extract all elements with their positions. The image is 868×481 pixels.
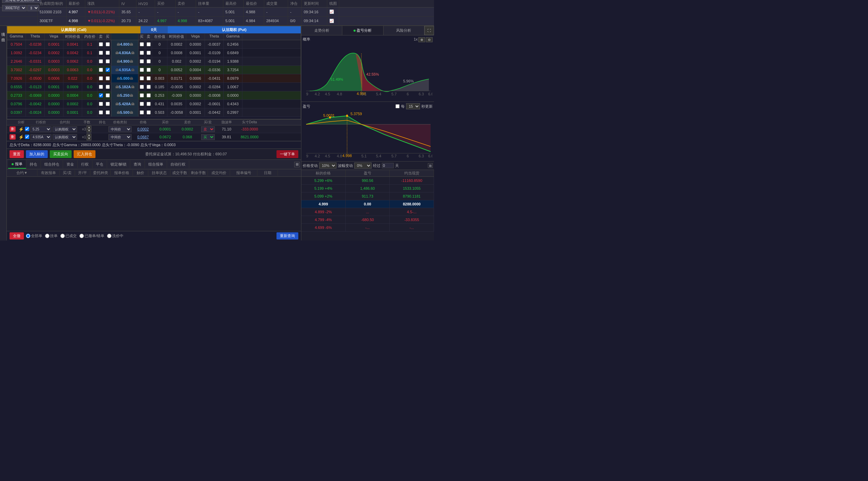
right-tab-trend[interactable]: 走势分析: [301, 26, 342, 35]
call-sell-cb-5500[interactable]: [98, 108, 104, 117]
pricetype-sel-1[interactable]: 中间价: [108, 126, 132, 132]
qty-up-2[interactable]: ▲: [87, 134, 91, 137]
buy-checkbox-5182[interactable]: [106, 85, 110, 89]
qty-spinner-1[interactable]: ▲ ▼: [87, 126, 91, 133]
put-buy-cb-5250[interactable]: [138, 91, 145, 99]
buy-checkbox-4836[interactable]: [106, 51, 110, 55]
qty-2[interactable]: ≡1 ▲ ▼: [77, 134, 96, 140]
tab-query[interactable]: 查询: [130, 160, 145, 168]
tab-auto-exercise[interactable]: 自动行权: [167, 160, 189, 168]
put-buy-checkbox-4900[interactable]: [140, 59, 144, 63]
contract-sel-1[interactable]: 认购期权: [52, 126, 77, 132]
price-table-expand[interactable]: ⊞: [428, 163, 433, 168]
put-buy-cb-5500[interactable]: [138, 108, 145, 117]
call-sell-cb-5250[interactable]: [98, 91, 104, 99]
radio-all[interactable]: 全部单: [26, 233, 42, 238]
pnl-auto-refresh-check[interactable]: [395, 104, 400, 108]
tab-exercise[interactable]: 行权: [78, 160, 92, 168]
call-sell-cb-5182[interactable]: [98, 83, 104, 91]
put-sell-checkbox-5500[interactable]: [147, 110, 151, 114]
sell-checkbox-4900[interactable]: [99, 59, 103, 63]
tab-combo-orders[interactable]: 组合报单: [145, 160, 167, 168]
put-buy-cb-5428[interactable]: [138, 100, 145, 108]
buysell-sel-2[interactable]: 买: [198, 134, 217, 140]
sell-checkbox-5250[interactable]: [99, 93, 103, 97]
sell-checkbox-5500[interactable]: [99, 110, 103, 114]
del-btn-1[interactable]: 删: [8, 126, 18, 132]
sell-checkbox-4800[interactable]: [99, 42, 103, 46]
put-sell-checkbox-5250[interactable]: [147, 93, 151, 97]
put-buy-checkbox-5428[interactable]: [140, 102, 144, 106]
put-sell-cb-5182[interactable]: [145, 83, 152, 91]
buy-checkbox-4935[interactable]: [106, 68, 110, 72]
put-sell-checkbox-4836[interactable]: [147, 51, 151, 55]
buy-checkbox-5428[interactable]: [106, 102, 110, 106]
pricetype-selector-2[interactable]: 中间价: [108, 134, 132, 140]
row-checkbox-2[interactable]: [25, 135, 29, 139]
chart-2[interactable]: 📈: [327, 17, 339, 26]
expand-button[interactable]: ⛶: [424, 26, 434, 35]
tab-close[interactable]: 平仓: [92, 160, 107, 168]
strike-selector-1[interactable]: 5.25: [30, 126, 51, 132]
sidebar-tab-situation[interactable]: 情境: [0, 27, 6, 32]
call-buy-cb-5250[interactable]: [104, 91, 111, 99]
buysell-selector-1[interactable]: 卖: [201, 126, 215, 132]
call-buy-cb-5000[interactable]: [104, 74, 111, 82]
import-holding-button[interactable]: 汇入持仓: [74, 150, 95, 158]
del-btn-2[interactable]: 删: [8, 134, 18, 140]
buysell-selector-2[interactable]: 买: [201, 134, 215, 140]
put-buy-checkbox-4935[interactable]: [140, 68, 144, 72]
call-sell-cb-4800[interactable]: [98, 40, 104, 48]
strike-sel-1[interactable]: 5.25: [30, 126, 52, 132]
put-buy-checkbox-5500[interactable]: [140, 110, 144, 114]
call-buy-cb-4900[interactable]: [104, 57, 111, 65]
call-buy-cb-5428[interactable]: [104, 100, 111, 108]
call-buy-cb-5182[interactable]: [104, 83, 111, 91]
zoom-in-button[interactable]: ⊕: [418, 37, 425, 42]
put-buy-checkbox-4800[interactable]: [140, 42, 144, 46]
put-sell-cb-4800[interactable]: [145, 40, 152, 48]
analysis-btn-2[interactable]: ⚡: [18, 135, 25, 140]
sell-checkbox-4836[interactable]: [99, 51, 103, 55]
tab-bar-icon[interactable]: ⊞: [294, 162, 300, 167]
cancel-all-button[interactable]: 全撤: [10, 232, 24, 239]
analysis-btn-1[interactable]: ⚡: [18, 127, 25, 132]
put-sell-cb-5500[interactable]: [145, 108, 152, 117]
qty-down-1[interactable]: ▼: [87, 129, 91, 133]
elapsed-input[interactable]: [382, 163, 394, 168]
put-sell-checkbox-4800[interactable]: [147, 42, 151, 46]
volatility-select[interactable]: 0%5%10%: [354, 162, 372, 169]
tab-holding[interactable]: 持仓: [26, 160, 41, 168]
sell-checkbox-5000[interactable]: [99, 76, 103, 80]
delete-button-2[interactable]: 删: [10, 134, 16, 140]
exchange-selector[interactable]: 上海证券交易所(权): [2, 0, 41, 3]
radio-washing[interactable]: 洗价中: [107, 233, 123, 238]
tab-combo-holding[interactable]: 组合持仓: [41, 160, 63, 168]
tab-orders[interactable]: 报单: [8, 160, 26, 169]
call-buy-cb-4800[interactable]: [104, 40, 111, 48]
buy-checkbox-5000[interactable]: [106, 76, 110, 80]
buy-checkbox-4900[interactable]: [106, 59, 110, 63]
refresh-button[interactable]: 重新查询: [276, 232, 298, 239]
put-sell-checkbox-5182[interactable]: [147, 85, 151, 89]
put-sell-cb-5000[interactable]: [145, 74, 152, 82]
buy-checkbox-5500[interactable]: [106, 110, 110, 114]
price-change-select[interactable]: 10%5%20%: [319, 162, 336, 169]
one-click-order-button[interactable]: 一键下单: [276, 150, 298, 158]
call-buy-cb-4935[interactable]: [104, 66, 111, 74]
call-buy-cb-5500[interactable]: [104, 108, 111, 117]
sidebar-tab-selfgroup[interactable]: 自组: [0, 32, 6, 38]
buy-checkbox-5250[interactable]: [106, 93, 110, 97]
strike-sel-2[interactable]: 4.935A: [30, 134, 52, 140]
zoom-out-button[interactable]: ⊖: [426, 37, 433, 42]
check-2[interactable]: [25, 135, 30, 140]
put-buy-checkbox-5182[interactable]: [140, 85, 144, 89]
qty-spinner-2[interactable]: ▲ ▼: [87, 134, 91, 140]
call-sell-cb-4935[interactable]: [98, 66, 104, 74]
put-sell-checkbox-4935[interactable]: [147, 68, 151, 72]
put-buy-cb-5182[interactable]: [138, 83, 145, 91]
put-sell-cb-4836[interactable]: [145, 49, 152, 57]
put-buy-cb-4800[interactable]: [138, 40, 145, 48]
put-sell-checkbox-5000[interactable]: [147, 76, 151, 80]
call-sell-cb-4836[interactable]: [98, 49, 104, 57]
